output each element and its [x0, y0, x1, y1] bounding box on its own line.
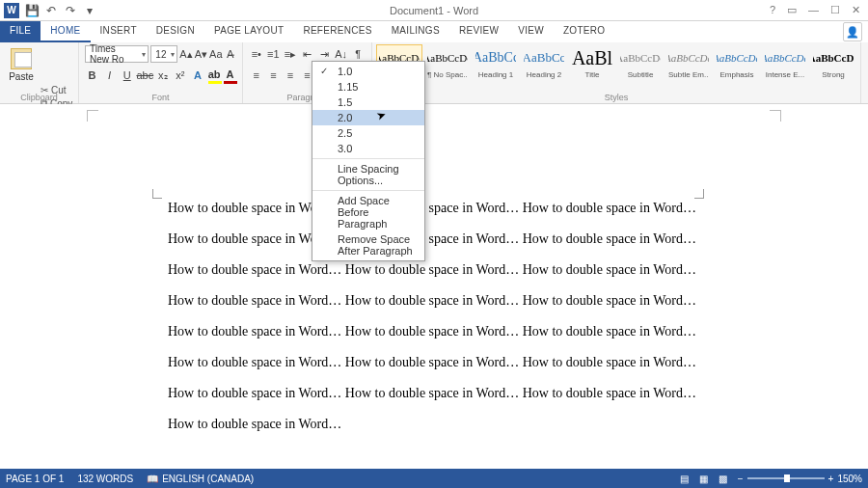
line-spacing-1-15[interactable]: 1.15	[312, 79, 424, 95]
group-label-editing: Editing	[861, 93, 868, 102]
style-sample: AaBbCcDd	[765, 47, 805, 68]
line-spacing-2-5[interactable]: 2.5	[312, 125, 424, 141]
style-sample: AaBbCcDd	[620, 47, 661, 68]
style-item[interactable]: AaBbCcDd¶ No Spac...	[424, 44, 471, 88]
web-layout-icon[interactable]: ▩	[717, 472, 730, 485]
tab-mailings[interactable]: MAILINGS	[382, 21, 449, 42]
grow-font-icon[interactable]: A▴	[179, 46, 192, 62]
tab-home[interactable]: HOME	[41, 21, 90, 42]
tab-references[interactable]: REFERENCES	[293, 21, 381, 42]
save-icon[interactable]: 💾	[25, 4, 39, 17]
font-size-combobox[interactable]: 12	[150, 45, 177, 63]
style-sample: AaBbCc	[524, 47, 564, 68]
ribbon-display-icon[interactable]: ▭	[787, 4, 797, 16]
margin-marker-icon	[152, 189, 162, 199]
account-icon[interactable]: 👤	[843, 22, 862, 41]
status-language-label: ENGLISH (CANADA)	[162, 474, 254, 484]
sort-icon[interactable]: A↓	[334, 46, 349, 62]
style-item[interactable]: AaBbCcDcStrong	[810, 44, 856, 88]
tab-zotero[interactable]: ZOTERO	[554, 21, 614, 42]
line-spacing-options[interactable]: Line Spacing Options...	[312, 161, 424, 188]
style-item[interactable]: AaBbCcHeading 2	[521, 44, 567, 88]
style-item[interactable]: AaBbCcHeading 1	[473, 44, 519, 88]
maximize-icon[interactable]: ☐	[830, 4, 840, 16]
align-right-icon[interactable]: ≡	[283, 68, 298, 83]
font-color-icon[interactable]: A	[224, 68, 236, 82]
paste-label: Paste	[9, 71, 34, 82]
group-styles: AaBbCcDd¶ NormalAaBbCcDd¶ No Spac...AaBb…	[372, 42, 861, 103]
style-item[interactable]: AaBlTitle	[569, 44, 615, 88]
add-space-before-paragraph[interactable]: Add Space Before Paragraph	[312, 193, 424, 231]
line-spacing-1-5[interactable]: 1.5	[312, 95, 424, 110]
style-name: Heading 2	[524, 70, 564, 79]
tab-page-layout[interactable]: PAGE LAYOUT	[204, 21, 293, 42]
close-icon[interactable]: ✕	[852, 4, 860, 16]
line-spacing-1-0[interactable]: 1.0	[312, 64, 424, 79]
text-effects-icon[interactable]: A	[190, 68, 204, 83]
ribbon-tabs: FILE HOME INSERT DESIGN PAGE LAYOUT REFE…	[0, 21, 868, 42]
status-page[interactable]: PAGE 1 OF 1	[6, 474, 64, 484]
superscript-button[interactable]: x²	[173, 68, 187, 83]
status-language[interactable]: 📖 ENGLISH (CANADA)	[147, 474, 254, 484]
read-mode-icon[interactable]: ▤	[678, 472, 692, 485]
zoom-level[interactable]: 150%	[837, 474, 862, 484]
font-family-combobox[interactable]: Times New Ro	[85, 45, 149, 63]
group-label-clipboard: Clipboard	[0, 93, 78, 102]
document-body[interactable]: How to double space in Word… How to doub…	[168, 193, 696, 440]
subscript-button[interactable]: x₂	[155, 68, 170, 83]
remove-space-after-paragraph[interactable]: Remove Space After Paragraph	[312, 231, 424, 258]
tab-review[interactable]: REVIEW	[449, 21, 508, 42]
style-item[interactable]: AaBbCcDdEmphasis	[714, 44, 760, 88]
multilevel-list-icon[interactable]: ≡▸	[283, 46, 298, 62]
zoom-control[interactable]: − + 150%	[738, 474, 862, 484]
style-item[interactable]: AaBbCcDdSubtle Em...	[665, 44, 712, 88]
help-icon[interactable]: ?	[770, 4, 775, 16]
increase-indent-icon[interactable]: ⇥	[316, 46, 332, 62]
highlight-color-icon[interactable]: ab	[208, 68, 221, 82]
qat-customize-icon[interactable]: ▾	[83, 4, 96, 17]
clear-formatting-icon[interactable]: A̶	[225, 46, 236, 62]
redo-icon[interactable]: ↷	[64, 4, 77, 17]
style-name: Subtitle	[620, 70, 661, 79]
style-item[interactable]: AaBbCcDdIntense E...	[762, 44, 808, 88]
numbering-icon[interactable]: ≡1	[266, 46, 282, 62]
bullets-icon[interactable]: ≡•	[249, 46, 264, 62]
decrease-indent-icon[interactable]: ⇤	[300, 46, 315, 62]
style-name: Intense E...	[765, 70, 805, 79]
tab-insert[interactable]: INSERT	[91, 21, 147, 42]
style-sample: AaBbCcDd	[668, 47, 709, 68]
style-name: ¶ No Spac...	[427, 70, 468, 79]
zoom-out-icon[interactable]: −	[738, 474, 744, 484]
show-hide-icon[interactable]: ¶	[350, 46, 366, 62]
tab-design[interactable]: DESIGN	[147, 21, 204, 42]
strikethrough-button[interactable]: abc	[137, 68, 152, 83]
title-bar: W 💾 ↶ ↷ ▾ Document1 - Word ? ▭ — ☐ ✕	[0, 0, 868, 21]
tab-view[interactable]: VIEW	[508, 21, 554, 42]
print-layout-icon[interactable]: ▦	[697, 472, 711, 485]
style-sample: AaBbCcDd	[717, 47, 757, 68]
change-case-icon[interactable]: Aa	[209, 46, 222, 62]
line-spacing-3-0[interactable]: 3.0	[312, 141, 424, 156]
zoom-slider[interactable]	[747, 477, 825, 479]
zoom-in-icon[interactable]: +	[828, 474, 834, 484]
bold-button[interactable]: B	[85, 68, 99, 83]
group-clipboard: Paste ✂ Cut ⧉ Copy 🖌 Format Painter Clip…	[0, 42, 79, 103]
italic-button[interactable]: I	[102, 68, 117, 83]
styles-gallery[interactable]: AaBbCcDd¶ NormalAaBbCcDd¶ No Spac...AaBb…	[376, 44, 856, 88]
paste-button[interactable]: Paste	[6, 44, 37, 82]
undo-icon[interactable]: ↶	[44, 4, 58, 17]
align-center-icon[interactable]: ≡	[266, 68, 282, 83]
tab-file[interactable]: FILE	[0, 21, 41, 42]
minimize-icon[interactable]: —	[808, 4, 819, 16]
align-left-icon[interactable]: ≡	[249, 68, 264, 83]
document-area[interactable]: How to double space in Word… How to doub…	[0, 104, 868, 469]
style-name: Emphasis	[717, 70, 757, 79]
style-name: Title	[572, 70, 612, 79]
shrink-font-icon[interactable]: A▾	[195, 46, 207, 62]
style-sample: AaBbCcDc	[813, 47, 854, 68]
status-word-count[interactable]: 132 WORDS	[77, 474, 133, 484]
line-spacing-2-0[interactable]: 2.0	[312, 110, 424, 125]
underline-button[interactable]: U	[120, 68, 134, 83]
style-item[interactable]: AaBbCcDdSubtitle	[617, 44, 664, 88]
page-corner-icon	[770, 110, 781, 122]
